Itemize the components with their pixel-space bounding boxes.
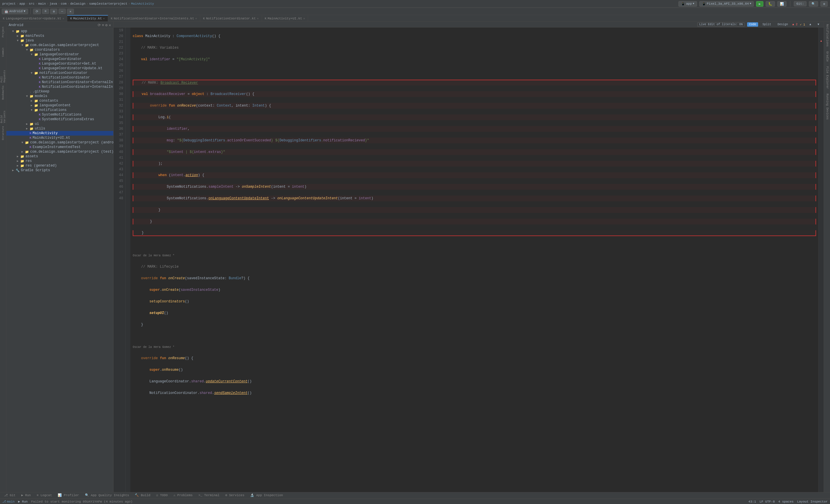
tree-item-constants[interactable]: ▶ 📁 constants [6,99,113,103]
tree-item-androidtest[interactable]: ▼ 📁 com.delasign.samplestarterproject (a… [6,140,113,145]
breadcrumb-mainactivity[interactable]: MainActivity [131,2,154,5]
breadcrumb-project[interactable]: project [2,2,15,5]
nav-up-btn[interactable]: ▲ [807,22,813,27]
status-run[interactable]: ▶ Run [18,500,28,503]
tree-item-languagecontent[interactable]: ▶ 📁 languageContent [6,103,113,108]
tree-item-notificationcoordinator-external[interactable]: ▶ K NotificationCoordinator+ExternalInte… [6,80,113,85]
status-layout-inspector[interactable]: Layout Inspector [797,500,828,503]
tree-item-res[interactable]: ▶ 📁 res [6,159,113,163]
tab-notification-coordinator-internal[interactable]: K NotificationCoordinator+InternalIntent… [108,15,200,22]
bottom-tab-problems[interactable]: ⚠ Problems [171,493,196,499]
bottom-tab-services[interactable]: ⚙ Services [222,493,247,499]
breadcrumb-src[interactable]: src [29,2,34,5]
right-panel-gradle[interactable]: Gradle [824,49,830,64]
tree-item-notifications[interactable]: ▼ 📁 notifications [6,108,113,112]
tab-close-language-coordinator[interactable]: ✕ [62,17,64,20]
tree-item-languagecoordinator[interactable]: ▶ K LanguageCoordinator [6,57,113,61]
tree-sync-btn[interactable]: ⟳ [98,23,101,28]
tree-item-unittest[interactable]: ▶ 📁 com.delasign.samplestarterproject (t… [6,149,113,154]
expand-button[interactable]: ↔ [59,9,66,14]
device-dropdown[interactable]: 📱 Pixel_3a_API_33_x86_64 ▼ [699,1,754,7]
bottom-tab-terminal[interactable]: >_ Terminal [196,493,223,499]
tab-close-notif[interactable]: ✕ [257,17,259,20]
panel-pull-requests[interactable]: Pull Requests [0,62,6,82]
settings-button[interactable]: ⚙ [821,1,828,7]
bottom-tab-app-quality[interactable]: 🔍 App Quality Insights [82,493,132,499]
close-panel-button[interactable]: ✕ [67,9,74,14]
right-panel-notifications[interactable]: Notifications [824,22,830,49]
bottom-tab-app-inspection[interactable]: 🔬 App Inspection [247,493,286,499]
tab-close-main-activity[interactable]: ✕ [103,17,105,20]
tree-item-gradle-scripts[interactable]: ▶ 🔧 Gradle Scripts [6,168,113,173]
right-panel-file-explorer[interactable]: File Explorer [824,64,830,91]
tree-collapse-btn[interactable]: ≡ [102,23,104,28]
status-encoding[interactable]: LF UTF-8 [760,500,775,503]
profile-button[interactable]: 📊 [777,1,787,7]
breadcrumb-delasign[interactable]: delasign [70,2,86,5]
tree-close-btn[interactable]: ✕ [109,23,111,28]
breadcrumb-com[interactable]: com [61,2,67,5]
tree-item-languagecoordinator-folder[interactable]: ▼ 📁 languageCoordinator [6,52,113,57]
bottom-tab-logcat[interactable]: ≡ Logcat [34,493,55,499]
view-design-btn[interactable]: Design [775,22,790,27]
tree-item-java[interactable]: ▼ 📁 java [6,38,113,43]
status-position[interactable]: 43:1 [748,500,756,503]
panel-commit[interactable]: Commit [0,42,6,62]
tab-close-main-activity-ui[interactable]: ✕ [303,17,305,20]
error-indicator[interactable]: ▲ 2 [792,23,798,26]
tree-item-exampleinstrumentedtest[interactable]: ▶ K ExampleInstrumentedTest [6,145,113,149]
nav-down-btn[interactable]: ▼ [816,22,821,27]
code-content[interactable]: class MainActivity : ComponentActivity()… [130,28,819,492]
status-git[interactable]: ⎇ main [2,500,14,503]
bottom-tab-build[interactable]: 🔨 Build [132,493,153,499]
panel-bookmarks[interactable]: Bookmarks [0,82,6,103]
search-button[interactable]: 🔍 [809,1,818,7]
tab-language-coordinator-update[interactable]: K LanguageCoordinator+Update.kt ✕ [0,15,67,22]
status-indent[interactable]: 4 spaces [778,500,794,503]
tree-item-coordinators[interactable]: ▼ 📁 coordinators [6,47,113,52]
code-editor[interactable]: 19 20 21 22 23 24 25 26 27 28 29 30 31 3… [114,28,824,492]
debug-button[interactable]: 🐛 [766,1,775,7]
tree-item-gitkeep[interactable]: ▶ . .gitkeep [6,89,113,94]
live-edit-toggle[interactable]: Live Edit of literals: ON [697,22,745,27]
panel-build-variants[interactable]: Build Variants [0,103,6,123]
tree-item-assets[interactable]: ▶ 📁 assets [6,154,113,159]
tab-notification-coordinator[interactable]: K NotificationCoordinator.kt ✕ [200,15,262,22]
view-split-btn[interactable]: Split [761,22,773,27]
tree-settings-btn[interactable]: ⚙ [105,23,107,28]
bottom-tab-profiler[interactable]: 📊 Profiler [55,493,82,499]
warning-indicator[interactable]: ✓ 1 [800,23,805,26]
tree-item-systemnotificationsextras[interactable]: ▶ K SystemNotificationsExtras [6,117,113,122]
app-dropdown[interactable]: 📱 app ▼ [678,1,697,7]
sync-button[interactable]: ⟳ [33,9,41,14]
breadcrumb-main[interactable]: main [38,2,46,5]
tab-close-notif-internal[interactable]: ✕ [195,17,197,20]
collapse-button[interactable]: ≡ [42,9,49,14]
bottom-tab-todo[interactable]: ☑ TODO [153,493,171,499]
tree-item-notificationcoordinator-folder[interactable]: ▼ 📁 notificationCoordinator [6,71,113,75]
tree-item-utils[interactable]: ▶ 📁 utils [6,126,113,131]
right-panel-running-devices[interactable]: Running Devices [824,91,830,122]
tree-item-com-delasign[interactable]: ▼ 📁 com.delasign.samplestarterproject [6,43,113,47]
tab-main-activity[interactable]: K MainActivity.kt ✕ [67,15,108,22]
tree-item-languagecoordinator-update[interactable]: ▶ K LanguageCoordinator+Update.kt [6,66,113,71]
tree-item-models[interactable]: ▼ 📁 models [6,94,113,99]
panel-project[interactable]: Project [0,22,6,42]
run-button[interactable]: ▶ [756,1,763,7]
tab-main-activity-ui[interactable]: K MainActivity+UI.kt ✕ [262,15,308,22]
tree-item-manifests[interactable]: ▶ 📁 manifests [6,34,113,38]
tree-item-notificationcoordinator[interactable]: ▶ K NotificationCoordinator [6,75,113,80]
breadcrumb-app[interactable]: app [20,2,25,5]
tree-item-ui[interactable]: ▶ 📁 ui [6,122,113,126]
tree-item-res-generated[interactable]: ▶ 📁 res (generated) [6,163,113,168]
filter-button[interactable]: ⚙ [50,9,57,14]
view-code-btn[interactable]: Code [747,22,758,27]
tree-item-systemnotifications[interactable]: ▶ K SystemNotifications [6,112,113,117]
bottom-tab-git[interactable]: ⎇ Git [1,493,18,499]
tree-item-mainactivity[interactable]: ▶ K MainActivity [6,131,113,136]
panel-structure[interactable]: Structure [0,123,6,143]
tree-item-languagecoordinator-get[interactable]: ▶ K LanguageCoordinator+Get.kt [6,61,113,66]
bottom-tab-run[interactable]: ▶ Run [18,493,34,499]
tree-item-mainactivity-ui[interactable]: ▶ K MainActivity+UI.kt [6,136,113,140]
breadcrumb-samplestarterproject[interactable]: samplestarterproject [89,2,128,5]
